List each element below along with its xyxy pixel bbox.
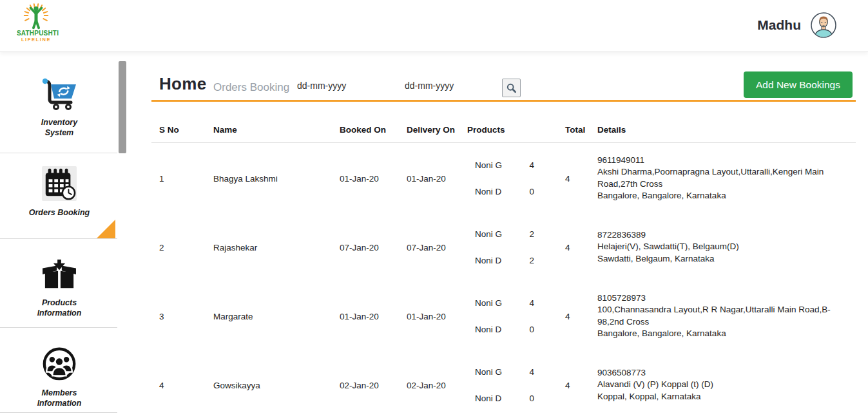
product-name: Noni D <box>475 324 501 335</box>
members-group-icon <box>0 345 119 384</box>
product-line: Noni G2 <box>475 229 534 240</box>
col-header-sno: S No <box>159 125 179 135</box>
sidebar-item-label: Products Information <box>26 298 93 319</box>
row-details: 8722836389 Helajeri(V), Sawdatti(T), Bel… <box>597 229 854 265</box>
product-line: Noni D0 <box>475 186 534 197</box>
row-booked-on: 02-Jan-20 <box>340 380 379 390</box>
details-location: Bangalore, Bangalore, Karnataka <box>597 328 854 340</box>
row-total: 4 <box>565 311 570 321</box>
sidebar-item-orders-booking[interactable]: Orders Booking <box>0 166 119 218</box>
product-name: Noni D <box>475 255 501 266</box>
row-name: Rajashekar <box>213 242 257 252</box>
toolbar: Home Orders Booking Add New Bookings <box>151 53 856 102</box>
details-phone: 9611949011 <box>597 155 854 167</box>
row-sno: 3 <box>159 311 164 321</box>
table-row: 2 Rajashekar 07-Jan-20 07-Jan-20 Noni G2… <box>151 213 856 281</box>
col-header-details: Details <box>597 125 626 135</box>
product-name: Noni G <box>475 160 502 171</box>
sidebar-item-label: Inventory System <box>26 117 93 138</box>
row-name: Margarate <box>213 311 253 321</box>
table-header-row: S No Name Booked On Delivery On Products… <box>151 117 856 143</box>
row-total: 4 <box>565 242 570 252</box>
product-line: Noni D2 <box>475 255 534 266</box>
product-name: Noni G <box>475 366 502 377</box>
row-name: Bhagya Lakshmi <box>213 173 278 183</box>
sidebar: Inventory System Orders Booking <box>0 53 135 418</box>
orders-calendar-clock-icon <box>0 166 119 204</box>
row-products: Noni G2Noni D2 <box>475 213 534 281</box>
col-header-booked-on: Booked On <box>340 125 386 135</box>
search-icon <box>506 82 517 93</box>
row-sno: 2 <box>159 242 164 252</box>
page-subtitle: Orders Booking <box>213 81 289 94</box>
date-to-input[interactable] <box>405 81 495 91</box>
row-sno: 1 <box>159 173 164 183</box>
product-name: Noni D <box>475 393 501 404</box>
active-indicator-triangle <box>97 220 115 238</box>
row-booked-on: 01-Jan-20 <box>340 173 379 183</box>
product-qty: 4 <box>529 298 534 309</box>
details-phone: 8105728973 <box>597 292 854 305</box>
row-products: Noni G4Noni D0 <box>475 144 534 213</box>
row-details: 9036508773 Alavandi (V) (P) Koppal (t) (… <box>597 367 854 403</box>
row-details: 8105728973 100,Channasandra Layout,R R N… <box>597 292 854 340</box>
row-booked-on: 07-Jan-20 <box>340 242 379 252</box>
product-line: Noni G4 <box>475 298 534 309</box>
row-sno: 4 <box>159 380 164 390</box>
user-menu[interactable]: Madhu <box>757 12 836 38</box>
sidebar-item-members-information[interactable]: Members Information <box>0 345 119 409</box>
product-line: Noni D0 <box>475 324 534 335</box>
row-booked-on: 01-Jan-20 <box>340 311 379 321</box>
row-delivery-on: 01-Jan-20 <box>407 311 446 321</box>
table-row: 3 Margarate 01-Jan-20 01-Jan-20 Noni G4N… <box>151 281 856 350</box>
product-line: Noni G4 <box>475 160 534 171</box>
row-total: 4 <box>565 173 570 183</box>
col-header-name: Name <box>213 125 237 135</box>
row-details: 9611949011 Akshi Dharma,Poornapragna Lay… <box>597 155 854 202</box>
search-button[interactable] <box>502 79 521 97</box>
product-qty: 0 <box>529 393 534 404</box>
inventory-cart-icon <box>0 77 119 113</box>
row-products: Noni G4Noni D0 <box>475 281 534 350</box>
app-logo: SATHPUSHTI LIFELINE <box>17 3 55 43</box>
product-name: Noni G <box>475 298 502 309</box>
sidebar-scrollbar[interactable] <box>119 61 126 153</box>
col-header-total: Total <box>565 125 585 135</box>
row-delivery-on: 01-Jan-20 <box>407 173 446 183</box>
table-row: 1 Bhagya Lakshmi 01-Jan-20 01-Jan-20 Non… <box>151 144 856 213</box>
user-name: Madhu <box>757 17 801 33</box>
sidebar-item-inventory-system[interactable]: Inventory System <box>0 77 119 138</box>
sidebar-item-products-information[interactable]: Products Information <box>0 259 119 319</box>
top-header: SATHPUSHTI LIFELINE Madhu <box>0 0 868 52</box>
sidebar-divider <box>0 153 117 153</box>
col-header-delivery-on: Delivery On <box>407 125 455 135</box>
date-from-input[interactable] <box>297 81 387 91</box>
logo-title: SATHPUSHTI <box>17 30 55 37</box>
sidebar-item-label: Orders Booking <box>26 207 93 218</box>
product-qty: 4 <box>529 160 534 171</box>
products-open-box-icon <box>0 259 119 294</box>
row-total: 4 <box>565 380 570 390</box>
row-products: Noni G4Noni D0 <box>475 350 534 418</box>
main-content: Home Orders Booking Add New Bookings S N… <box>151 53 856 418</box>
product-qty: 2 <box>529 229 534 240</box>
product-name: Noni D <box>475 186 501 197</box>
product-line: Noni D0 <box>475 393 534 404</box>
logo-subtitle: LIFELINE <box>17 37 55 43</box>
details-location: Sawdatti, Belgaum, Karnataka <box>597 253 854 265</box>
orders-table-body: 1 Bhagya Lakshmi 01-Jan-20 01-Jan-20 Non… <box>151 144 856 418</box>
details-address: Alavandi (V) (P) Koppal (t) (D) <box>597 379 854 391</box>
page-title: Home <box>159 74 206 94</box>
product-qty: 0 <box>529 324 534 335</box>
sidebar-divider <box>0 412 117 413</box>
sidebar-item-label: Members Information <box>26 388 93 409</box>
details-location: Bangalore, Bangalore, Karnataka <box>597 190 854 202</box>
details-address: 100,Channasandra Layout,R R Nagar,Uttara… <box>597 304 854 328</box>
row-delivery-on: 07-Jan-20 <box>407 242 446 252</box>
product-name: Noni G <box>475 229 502 240</box>
add-new-bookings-button[interactable]: Add New Bookings <box>744 71 853 98</box>
table-row: 4 Gowsikayya 02-Jan-20 02-Jan-20 Noni G4… <box>151 350 856 418</box>
product-qty: 2 <box>529 255 534 266</box>
details-address: Helajeri(V), Sawdatti(T), Belgaum(D) <box>597 241 854 253</box>
details-address: Akshi Dharma,Poornapragna Layout,Uttaral… <box>597 166 854 190</box>
